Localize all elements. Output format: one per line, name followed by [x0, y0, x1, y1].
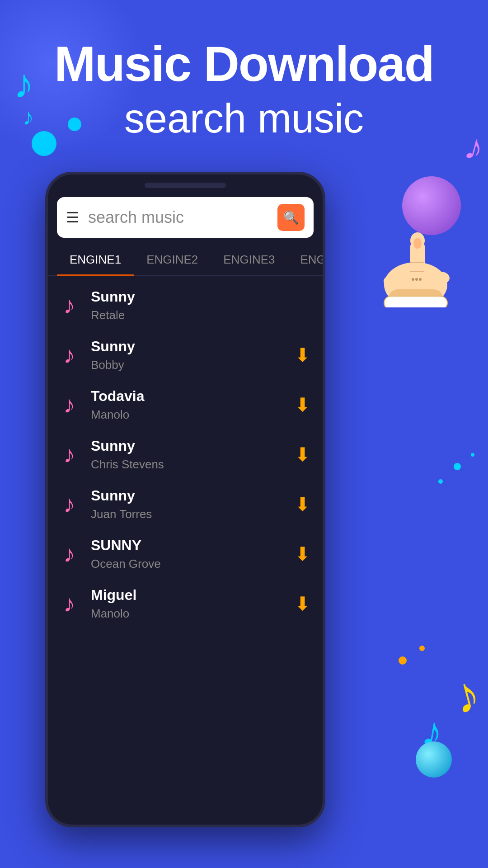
download-button[interactable]: ⬇ — [291, 592, 314, 615]
tab-engine1[interactable]: ENGINE1 — [57, 245, 134, 275]
song-music-note-icon: ♪ — [57, 292, 82, 319]
svg-point-13 — [415, 278, 418, 281]
dot-decoration-4 — [399, 656, 407, 665]
song-music-note-icon: ♪ — [57, 341, 82, 368]
song-info: Miguel Manolo — [91, 586, 291, 620]
download-button[interactable]: ⬇ — [291, 542, 314, 565]
song-artist: Bobby — [91, 358, 291, 372]
list-item[interactable]: ♪ Sunny Bobby ⬇ — [48, 330, 323, 380]
dot-decoration-5 — [419, 646, 425, 651]
dot-decoration-3 — [471, 453, 474, 457]
song-artist: Manolo — [91, 607, 291, 621]
svg-point-10 — [432, 272, 450, 284]
download-icon: ⬇ — [295, 493, 310, 515]
list-item[interactable]: ♪ Sunny Retale — [48, 280, 323, 330]
download-button[interactable] — [291, 294, 314, 316]
search-placeholder[interactable]: search music — [88, 208, 277, 227]
search-bar[interactable]: ☰ search music 🔍 — [57, 197, 314, 238]
song-artist: Chris Stevens — [91, 458, 291, 472]
download-icon: ⬇ — [295, 543, 310, 565]
list-item[interactable]: ♪ Sunny Juan Torres ⬇ — [48, 479, 323, 529]
music-note-yellow-icon: ♪ — [447, 664, 486, 726]
song-title: Sunny — [91, 288, 291, 305]
download-button[interactable]: ⬇ — [291, 393, 314, 416]
dot-decoration-2 — [438, 479, 443, 484]
sphere-bottom-decoration — [416, 741, 452, 778]
song-music-note-icon: ♪ — [57, 491, 82, 518]
tab-engine4[interactable]: ENGINE4 — [287, 245, 325, 275]
list-item[interactable]: ♪ Miguel Manolo ⬇ — [48, 579, 323, 628]
song-title: Sunny — [91, 487, 291, 504]
song-music-note-icon: ♪ — [57, 540, 82, 567]
song-list: ♪ Sunny Retale ♪ Sunny Bobby ⬇ — [48, 276, 323, 633]
list-item[interactable]: ♪ SUNNY Ocean Grove ⬇ — [48, 529, 323, 579]
tab-engine2[interactable]: ENGINE2 — [134, 245, 211, 275]
search-button[interactable]: 🔍 — [277, 204, 305, 231]
list-item[interactable]: ♪ Todavia Manolo ⬇ — [48, 380, 323, 429]
song-title: Sunny — [91, 338, 291, 355]
song-artist: Ocean Grove — [91, 557, 291, 571]
song-artist: Manolo — [91, 408, 291, 422]
engine-tabs: ENGINE1 ENGINE2 ENGINE3 ENGINE4 ENG... — [48, 245, 323, 276]
tab-engine3[interactable]: ENGINE3 — [211, 245, 287, 275]
song-info: Sunny Retale — [91, 288, 291, 322]
download-icon: ⬇ — [295, 443, 310, 466]
search-icon: 🔍 — [283, 210, 299, 225]
phone-mockup: ☰ search music 🔍 ENGINE1 ENGINE2 ENGINE3… — [45, 172, 325, 827]
song-music-note-icon: ♪ — [57, 391, 82, 418]
song-title: Miguel — [91, 586, 291, 604]
song-title: SUNNY — [91, 537, 291, 554]
download-icon: ⬇ — [295, 344, 310, 366]
download-icon: ⬇ — [295, 593, 310, 615]
song-info: Sunny Chris Stevens — [91, 437, 291, 471]
svg-rect-2 — [384, 296, 447, 307]
app-subtitle: search music — [27, 95, 461, 142]
list-item[interactable]: ♪ Sunny Chris Stevens ⬇ — [48, 429, 323, 479]
song-music-note-icon: ♪ — [57, 590, 82, 617]
song-info: Todavia Manolo — [91, 387, 291, 421]
header-section: Music Download search music — [0, 0, 488, 160]
song-title: Todavia — [91, 387, 291, 405]
svg-point-8 — [384, 276, 398, 287]
svg-point-14 — [412, 278, 414, 281]
song-artist: Retale — [91, 308, 291, 322]
download-icon: ⬇ — [295, 394, 310, 416]
song-info: Sunny Juan Torres — [91, 487, 291, 521]
svg-point-11 — [413, 238, 422, 249]
download-button[interactable]: ⬇ — [291, 493, 314, 515]
song-title: Sunny — [91, 437, 291, 454]
song-info: Sunny Bobby — [91, 338, 291, 372]
song-music-note-icon: ♪ — [57, 441, 82, 468]
song-artist: Juan Torres — [91, 507, 291, 521]
svg-point-12 — [419, 278, 422, 281]
phone-notch — [145, 183, 226, 188]
dot-decoration-1 — [454, 463, 461, 470]
song-info: SUNNY Ocean Grove — [91, 537, 291, 571]
hamburger-icon[interactable]: ☰ — [66, 209, 79, 226]
hand-cursor-decoration — [371, 208, 461, 328]
download-button[interactable]: ⬇ — [291, 443, 314, 466]
download-button[interactable]: ⬇ — [291, 344, 314, 366]
app-title: Music Download — [27, 36, 461, 91]
